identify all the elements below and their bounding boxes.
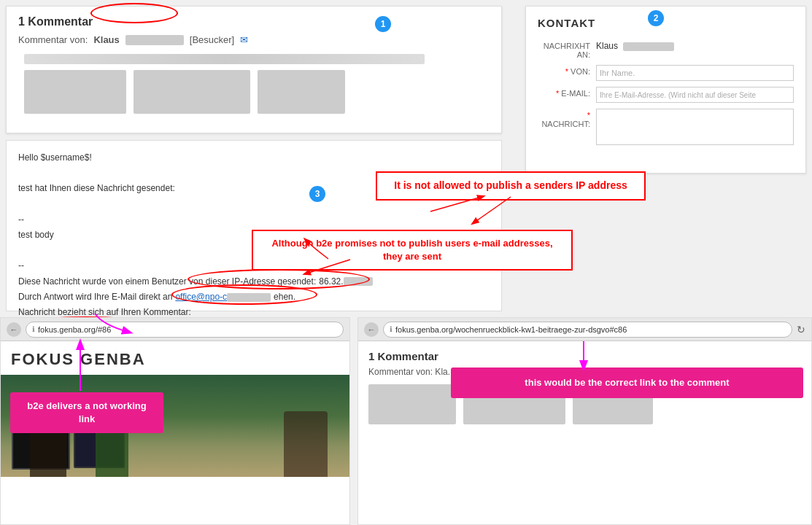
panel-comment: 1 Kommentar Kommentar von: Klaus [Besuck… bbox=[6, 6, 502, 133]
lock-icon-right: ℹ bbox=[390, 325, 393, 333]
author-blurred bbox=[125, 35, 184, 45]
back-button-right[interactable]: ← bbox=[364, 322, 379, 337]
von-input[interactable]: Ihr Name. bbox=[596, 65, 794, 81]
annotation-email-warning: Although b2e promises not to publish use… bbox=[252, 230, 573, 271]
nachricht-textarea[interactable] bbox=[596, 109, 794, 145]
form-row-von: * VON: Ihr Name. bbox=[538, 65, 794, 81]
ip-address: 86.32. bbox=[319, 275, 372, 289]
url-text-left: fokus.genba.org/#86 bbox=[38, 325, 111, 334]
nachricht-label: NACHRIXHT AN: bbox=[538, 39, 596, 59]
nachricht-blurred bbox=[623, 42, 674, 51]
email-address-link[interactable]: office@npo-c bbox=[175, 290, 271, 304]
email-input[interactable]: Ihre E-Mail-Adresse. (Wird nicht auf die… bbox=[596, 87, 794, 103]
url-bar-right[interactable]: ℹ fokus.genba.org/wochenrueckblick-kw1-b… bbox=[383, 322, 792, 338]
annotation-broken-link: b2e delivers a not working link bbox=[10, 392, 163, 433]
annotation-correct-link: this would be the correct link to the co… bbox=[451, 368, 803, 398]
form-row-nachricht-field: * NACHRICHT: bbox=[538, 109, 794, 145]
kontakt-title: KONTAKT bbox=[538, 17, 794, 29]
reply-text: Durch Antwort wird Ihre E-Mail direkt an bbox=[18, 290, 172, 304]
email-placeholder: Ihre E-Mail-Adresse. (Wird nicht auf die… bbox=[600, 91, 756, 99]
blurred-block-3 bbox=[258, 70, 345, 114]
browser-bar-right: ← ℹ fokus.genba.org/wochenrueckblick-kw1… bbox=[358, 318, 811, 341]
email-line-5: -- bbox=[18, 213, 490, 227]
blurred-block-1 bbox=[24, 70, 126, 114]
badge-1: 1 bbox=[375, 16, 391, 32]
url-text-right: fokus.genba.org/wochenrueckblick-kw1-bei… bbox=[395, 325, 627, 334]
besucker-circle-annotation bbox=[90, 3, 178, 23]
url-bar-left[interactable]: ℹ fokus.genba.org/#86 bbox=[26, 322, 344, 338]
form-row-email: * E-MAIL: Ihre E-Mail-Adresse. (Wird nic… bbox=[538, 87, 794, 103]
br-blurred-1 bbox=[368, 384, 456, 424]
von-label: * VON: bbox=[538, 65, 596, 76]
blurred-block-2 bbox=[134, 70, 250, 114]
email-line-10: Durch Antwort wird Ihre E-Mail direkt an… bbox=[18, 290, 490, 304]
panel1-title: 1 Kommentar bbox=[18, 15, 490, 28]
von-placeholder: Ihr Name. bbox=[600, 69, 635, 77]
author-name-label: Klaus bbox=[93, 34, 119, 45]
back-button-left[interactable]: ← bbox=[7, 322, 21, 337]
email-line-1: Hello $username$! bbox=[18, 151, 490, 165]
email-body-panel: Hello $username$! test hat Ihnen diese N… bbox=[6, 140, 502, 311]
panel1-author: Kommentar von: Klaus [Besucker] ✉ bbox=[18, 34, 490, 45]
refresh-button-right[interactable]: ↻ bbox=[797, 324, 805, 335]
nachricht-field-label: * NACHRICHT: bbox=[538, 109, 596, 128]
annotation-ip-warning: It is not allowed to publish a senders I… bbox=[376, 171, 646, 201]
author-prefix-label: Kommentar von: bbox=[18, 34, 88, 45]
panel-bottom-right: ← ℹ fokus.genba.org/wochenrueckblick-kw1… bbox=[357, 317, 812, 525]
email-oval bbox=[171, 284, 317, 305]
badge-3: 3 bbox=[309, 186, 325, 202]
blurred-row-1 bbox=[24, 54, 425, 64]
nachricht-value: Klaus bbox=[596, 39, 794, 51]
lock-icon-left: ℹ bbox=[32, 325, 35, 333]
email-label: * E-MAIL: bbox=[538, 87, 596, 98]
email-icon: ✉ bbox=[240, 34, 248, 45]
badge-2: 2 bbox=[648, 10, 664, 26]
browser-bar-left: ← ℹ fokus.genba.org/#86 bbox=[1, 318, 349, 341]
fokus-title: FOKUS GENBA bbox=[1, 341, 349, 375]
panel-kontakt: KONTAKT NACHRIXHT AN: Klaus * VON: Ihr N… bbox=[525, 6, 806, 174]
form-row-nachricht: NACHRIXHT AN: Klaus bbox=[538, 39, 794, 59]
author-tag: [Besucker] bbox=[190, 34, 234, 45]
br-comment-title: 1 Kommentar bbox=[368, 350, 801, 362]
